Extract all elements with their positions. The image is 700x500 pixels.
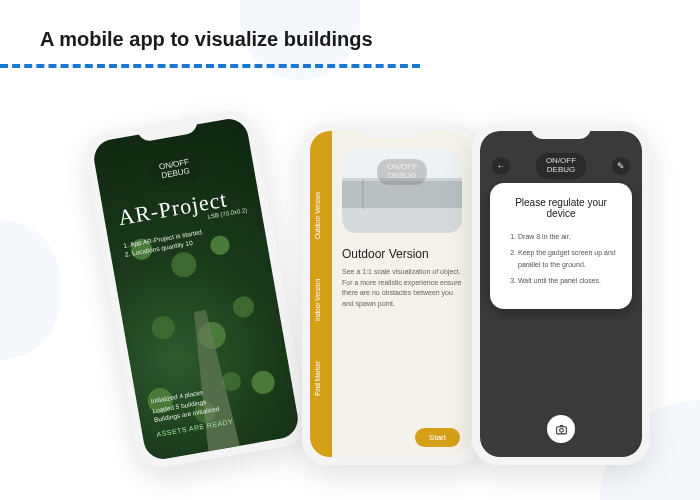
svg-rect-0 [556, 426, 566, 433]
section-description: See a 1:1 scale visualization of object.… [342, 267, 462, 309]
arrow-left-icon: ← [497, 161, 506, 171]
phone-mock-calibrate: ← ON/OFF DEBUG ✎ Please regulate your de… [472, 123, 650, 465]
sidebar-item-find-marker[interactable]: Find Marker [310, 361, 332, 396]
debug-pill-line2: DEBUG [388, 171, 416, 180]
debug-toggle-pill[interactable]: ON/OFF DEBUG [148, 153, 202, 187]
card-title: Please regulate your device [504, 197, 618, 219]
debug-pill-line2: DEBUG [547, 165, 575, 174]
debug-pill-line1: ON/OFF [546, 156, 576, 165]
debug-toggle-pill[interactable]: ON/OFF DEBUG [377, 159, 427, 185]
section-title: Outdoor Version [342, 247, 462, 261]
page-title: A mobile app to visualize buildings [40, 28, 373, 51]
sidebar-item-indoor[interactable]: Indoor Version [310, 279, 332, 321]
debug-toggle-pill[interactable]: ON/OFF DEBUG [536, 153, 586, 179]
phone-mock-ar-splash: ON/OFF DEBUG AR-Project LSB (70.0x0.2) 1… [82, 107, 310, 472]
camera-button[interactable] [547, 415, 575, 443]
start-button[interactable]: Start [415, 428, 460, 447]
phone-notch [361, 123, 421, 139]
instruction-item: Wait until the panel closes. [518, 275, 618, 287]
edit-button[interactable]: ✎ [612, 157, 630, 175]
pencil-icon: ✎ [617, 161, 625, 171]
instruction-item: Keep the gadget screen up and parallel t… [518, 247, 618, 271]
instruction-card: Please regulate your device Draw 8 in th… [490, 183, 632, 309]
phone-notch [531, 123, 591, 139]
back-button[interactable]: ← [492, 157, 510, 175]
building-render-image: ON/OFF DEBUG [342, 149, 462, 233]
svg-point-1 [559, 428, 563, 432]
mode-sidebar: Outdoor Version Indoor Version Find Mark… [310, 131, 332, 457]
divider [0, 64, 420, 68]
debug-pill-line1: ON/OFF [387, 162, 417, 171]
sidebar-item-outdoor[interactable]: Outdoor Version [310, 192, 332, 239]
phone-mock-outdoor: Outdoor Version Indoor Version Find Mark… [302, 123, 480, 465]
camera-icon [555, 423, 568, 436]
instruction-item: Draw 8 in the air. [518, 231, 618, 243]
